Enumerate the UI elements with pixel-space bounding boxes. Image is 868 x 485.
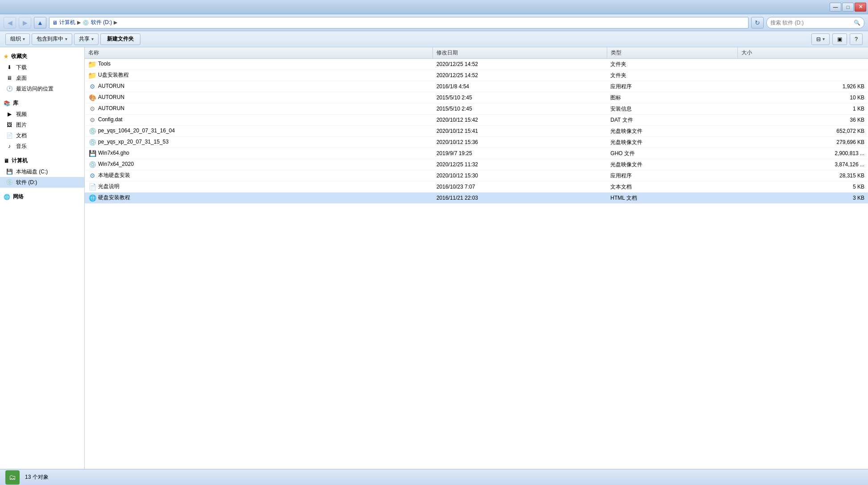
- file-name-cell: ⚙Config.dat: [85, 115, 433, 126]
- share-label: 共享: [79, 35, 90, 43]
- network-icon: 🌐: [4, 194, 10, 200]
- file-name-cell: 💿pe_yqs_xp_20_07_31_15_53: [85, 137, 433, 148]
- preview-button[interactable]: ▣: [832, 33, 847, 45]
- search-box: 🔍: [766, 17, 864, 29]
- up-button[interactable]: ▲: [34, 17, 46, 29]
- desktop-icon: 🖥: [5, 74, 13, 82]
- computer-header-label: 计算机: [12, 157, 28, 164]
- video-icon: ▶: [5, 110, 13, 118]
- d-drive-label: 软件 (D:): [16, 179, 37, 186]
- favorites-header[interactable]: ★ 收藏夹: [0, 51, 84, 62]
- table-row[interactable]: 💿pe_yqs_1064_20_07_31_16_04 2020/10/12 1…: [85, 126, 868, 137]
- col-header-name[interactable]: 名称: [85, 47, 433, 59]
- forward-button[interactable]: ▶: [19, 17, 31, 29]
- back-button[interactable]: ◀: [4, 17, 16, 29]
- table-row[interactable]: 📄光盘说明 2016/10/23 7:07 文本文档 5 KB: [85, 181, 868, 193]
- table-row[interactable]: 🎨AUTORUN 2015/5/10 2:45 图标 10 KB: [85, 92, 868, 103]
- file-table-header: 名称 修改日期 类型 大小: [85, 47, 868, 59]
- organize-chevron: ▾: [23, 37, 25, 41]
- share-button[interactable]: 共享 ▾: [74, 33, 99, 45]
- sidebar-item-video[interactable]: ▶ 视频: [0, 109, 84, 119]
- computer-header[interactable]: 🖥 计算机: [0, 155, 84, 166]
- c-drive-icon: 💾: [5, 168, 13, 176]
- col-header-date[interactable]: 修改日期: [433, 47, 607, 59]
- file-date-cell: 2020/12/25 14:52: [433, 59, 607, 70]
- file-type-cell: 文件夹: [607, 59, 737, 70]
- table-row[interactable]: ⚙AUTORUN 2015/5/10 2:45 安装信息 1 KB: [85, 103, 868, 115]
- table-row[interactable]: 💿pe_yqs_xp_20_07_31_15_53 2020/10/12 15:…: [85, 137, 868, 148]
- recent-icon: 🕐: [5, 85, 13, 93]
- breadcrumb-drive-label: 软件 (D:): [91, 19, 112, 26]
- pictures-label: 图片: [16, 121, 27, 129]
- main-layout: ★ 收藏夹 ⬇ 下载 🖥 桌面 🕐 最近访问的位置 📚 库 ▶: [0, 47, 868, 469]
- table-row[interactable]: 📁Tools 2020/12/25 14:52 文件夹: [85, 59, 868, 70]
- table-row[interactable]: 💾Win7x64.gho 2019/9/7 19:25 GHO 文件 2,900…: [85, 148, 868, 159]
- library-label: 库: [13, 99, 18, 107]
- view-button[interactable]: ⊟ ▾: [811, 33, 830, 45]
- computer-sidebar-icon: 🖥: [4, 158, 9, 164]
- file-type-icon: ⚙: [88, 116, 96, 124]
- library-label: 包含到库中: [37, 35, 63, 43]
- c-drive-label: 本地磁盘 (C:): [16, 168, 48, 176]
- view-icon: ⊟: [816, 36, 821, 42]
- library-section: 📚 库 ▶ 视频 🖼 图片 📄 文档 ♪ 音乐: [0, 98, 84, 152]
- maximize-button[interactable]: □: [842, 3, 854, 12]
- file-type-icon: 📁: [88, 71, 96, 79]
- file-type-cell: 应用程序: [607, 170, 737, 181]
- star-icon: ★: [4, 53, 8, 60]
- table-row[interactable]: ⚙Config.dat 2020/10/12 15:42 DAT 文件 36 K…: [85, 115, 868, 126]
- sidebar-item-pictures[interactable]: 🖼 图片: [0, 119, 84, 130]
- search-input[interactable]: [770, 20, 852, 26]
- file-type-cell: DAT 文件: [607, 115, 737, 126]
- library-button[interactable]: 包含到库中 ▾: [32, 33, 72, 45]
- close-button[interactable]: ✕: [855, 3, 866, 12]
- drive-icon: 💿: [82, 20, 89, 26]
- sidebar: ★ 收藏夹 ⬇ 下载 🖥 桌面 🕐 最近访问的位置 📚 库 ▶: [0, 47, 85, 469]
- refresh-button[interactable]: ↻: [751, 17, 764, 29]
- file-type-cell: GHO 文件: [607, 148, 737, 159]
- table-row[interactable]: ⚙AUTORUN 2016/1/8 4:54 应用程序 1,926 KB: [85, 81, 868, 92]
- file-type-icon: 💿: [88, 127, 96, 135]
- breadcrumb-sep-1: ▶: [77, 20, 81, 25]
- file-scroll-area: 名称 修改日期 类型 大小 📁Tools 2020/12/25 14:52 文件…: [85, 47, 868, 469]
- breadcrumb-drive[interactable]: 💿 软件 (D:): [82, 19, 112, 26]
- breadcrumb-computer[interactable]: 🖥 计算机: [52, 19, 75, 26]
- network-header[interactable]: 🌐 网络: [0, 191, 84, 202]
- file-date-cell: 2016/1/8 4:54: [433, 81, 607, 92]
- file-type-cell: 光盘映像文件: [607, 137, 737, 148]
- file-size-cell: [737, 59, 868, 70]
- library-header[interactable]: 📚 库: [0, 98, 84, 109]
- music-icon: ♪: [5, 142, 13, 150]
- table-row[interactable]: 🌐硬盘安装教程 2016/11/21 22:03 HTML 文档 3 KB: [85, 193, 868, 204]
- table-row[interactable]: 💿Win7x64_2020 2020/12/25 11:32 光盘映像文件 3,…: [85, 159, 868, 170]
- sidebar-item-download[interactable]: ⬇ 下载: [0, 62, 84, 73]
- file-size-cell: 5 KB: [737, 181, 868, 193]
- file-type-icon: 🎨: [88, 94, 96, 102]
- file-pane: 名称 修改日期 类型 大小 📁Tools 2020/12/25 14:52 文件…: [85, 47, 868, 469]
- col-header-type[interactable]: 类型: [607, 47, 737, 59]
- file-size-cell: 652,072 KB: [737, 126, 868, 137]
- file-type-cell: 安装信息: [607, 103, 737, 115]
- sidebar-item-d-drive[interactable]: 💿 软件 (D:): [0, 177, 84, 188]
- video-label: 视频: [16, 111, 27, 118]
- breadcrumb-computer-label: 计算机: [59, 19, 75, 26]
- sidebar-item-desktop[interactable]: 🖥 桌面: [0, 73, 84, 83]
- sidebar-item-c-drive[interactable]: 💾 本地磁盘 (C:): [0, 166, 84, 177]
- table-row[interactable]: 📁U盘安装教程 2020/12/25 14:52 文件夹: [85, 70, 868, 81]
- file-date-cell: 2015/5/10 2:45: [433, 92, 607, 103]
- sidebar-item-music[interactable]: ♪ 音乐: [0, 141, 84, 152]
- help-button[interactable]: ?: [850, 33, 863, 45]
- sidebar-item-recent[interactable]: 🕐 最近访问的位置: [0, 83, 84, 94]
- table-row[interactable]: ⚙本地硬盘安装 2020/10/12 15:30 应用程序 28,315 KB: [85, 170, 868, 181]
- new-folder-button[interactable]: 新建文件夹: [100, 33, 140, 45]
- minimize-button[interactable]: —: [830, 3, 841, 12]
- col-header-size[interactable]: 大小: [737, 47, 868, 59]
- file-type-cell: 光盘映像文件: [607, 159, 737, 170]
- sidebar-item-documents[interactable]: 📄 文档: [0, 130, 84, 141]
- file-date-cell: 2015/5/10 2:45: [433, 103, 607, 115]
- organize-button[interactable]: 组织 ▾: [5, 33, 30, 45]
- status-bar: 🗂 13 个对象: [0, 469, 868, 485]
- file-date-cell: 2020/12/25 14:52: [433, 70, 607, 81]
- file-type-cell: 图标: [607, 92, 737, 103]
- status-text: 13 个对象: [25, 473, 49, 481]
